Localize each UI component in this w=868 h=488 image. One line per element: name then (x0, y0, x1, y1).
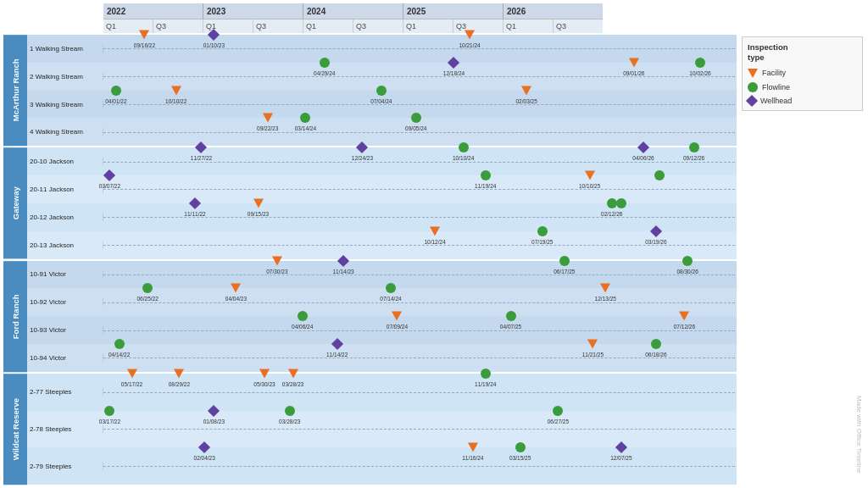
marker-label: 07/09/24 (387, 324, 408, 330)
marker-label: 04/07/25 (500, 324, 521, 330)
marker-label: 03/15/25 (509, 455, 531, 461)
row-name: 3 Walking Stream (27, 101, 103, 108)
q1-2024: Q1 (303, 19, 353, 33)
marker-label: 03/28/23 (282, 381, 303, 387)
table-row: 10-92 Victor06/25/2204/04/2307/14/2412/1… (27, 288, 737, 316)
marker-label: 05/30/23 (253, 381, 275, 387)
marker-label: 01/10/23 (203, 42, 225, 48)
group-label-wildcat: Wildcat Reserve (3, 374, 27, 485)
legend-wellhead-item: Wellhead (748, 97, 857, 105)
marker-label: 09/05/24 (405, 125, 426, 131)
marker-label: 07/19/25 (531, 239, 553, 245)
marker-label: 04/14/22 (108, 352, 130, 358)
marker-label: 04/04/23 (225, 296, 247, 302)
row-name: 10-93 Victor (27, 326, 103, 334)
table-row: 2-79 Steeples02/04/2311/16/2403/15/2512/… (27, 447, 737, 485)
row-name: 2 Walking Stream (27, 73, 103, 80)
facility-icon (748, 69, 758, 78)
marker-label: 07/14/24 (380, 296, 401, 302)
marker-label: 06/25/22 (136, 296, 158, 302)
row-name: 20-11 Jackson (27, 186, 103, 193)
marker-label: 03/17/22 (99, 419, 120, 424)
marker-label: 05/17/22 (121, 381, 142, 387)
marker-label: 02/12/26 (601, 211, 622, 217)
group-label-ford: Ford Ranch (3, 261, 27, 372)
table-row: 20-12 Jackson11/11/2209/15/2302/12/26 (27, 203, 737, 231)
marker-label: 10/10/22 (165, 98, 186, 104)
year-2024: 2024 (303, 3, 403, 19)
table-row: 10-93 Victor04/06/2407/09/2404/07/2507/1… (27, 316, 737, 344)
legend-flowline-label: Flowline (762, 83, 790, 92)
year-2023: 2023 (203, 3, 303, 19)
wellhead-icon (746, 95, 758, 107)
table-row: 20-13 Jackson10/12/2407/19/2503/19/26 (27, 231, 737, 259)
q1-2026: Q1 (504, 19, 554, 33)
row-name: 2-78 Steeples (27, 425, 103, 433)
year-2022: 2022 (103, 3, 203, 19)
marker-label: 04/06/26 (632, 155, 654, 161)
marker-label: 12/07/25 (610, 455, 632, 461)
legend-title: Inspectiontype (748, 42, 857, 64)
year-2026: 2026 (504, 3, 603, 19)
legend-flowline-item: Flowline (748, 82, 857, 92)
marker-label: 09/15/23 (248, 211, 269, 217)
marker-label: 11/19/24 (475, 183, 496, 189)
marker-label: 03/14/24 (295, 125, 316, 131)
marker-label: 04/01/22 (105, 98, 126, 104)
row-name: 20-13 Jackson (27, 241, 103, 249)
marker-label: 07/12/26 (674, 324, 695, 330)
marker-label: 09/22/23 (257, 125, 278, 131)
marker-label: 01/08/23 (203, 419, 225, 424)
legend-facility-label: Facility (762, 69, 786, 77)
legend-wellhead-label: Wellhead (760, 97, 792, 105)
q3-2026: Q3 (554, 19, 603, 33)
q3-2025: Q3 (453, 19, 504, 33)
group-wildcat: Wildcat Reserve2-77 Steeples05/17/2208/2… (3, 374, 737, 485)
row-name: 20-10 Jackson (27, 158, 103, 165)
marker-label: 09/12/26 (683, 155, 704, 161)
marker-label: 06/27/25 (548, 419, 569, 424)
table-row: 20-10 Jackson11/27/2212/24/2310/10/2404/… (27, 147, 737, 175)
marker-label: 02/04/23 (194, 455, 215, 461)
marker-label: 10/10/25 (579, 183, 600, 189)
marker-label: 10/21/24 (459, 42, 480, 48)
row-name: 10-91 Victor (27, 270, 103, 278)
group-label-mcarthur: McArthur Ranch (3, 35, 27, 146)
marker-label: 11/16/24 (462, 455, 483, 461)
marker-label: 08/29/22 (169, 381, 190, 387)
marker-label: 12/18/24 (443, 70, 465, 76)
marker-label: 02/03/25 (515, 98, 537, 104)
row-name: 10-92 Victor (27, 298, 103, 306)
marker-label: 11/14/23 (332, 269, 353, 274)
marker-label: 11/27/22 (191, 155, 212, 161)
q3-2022: Q3 (153, 19, 203, 33)
q3-2024: Q3 (353, 19, 403, 33)
marker-label: 11/19/24 (475, 381, 496, 387)
table-row: 10-91 Victor07/30/2311/14/2306/17/2508/3… (27, 261, 737, 289)
marker-label: 03/28/23 (279, 419, 300, 424)
marker-label: 11/11/22 (184, 211, 205, 217)
year-2025: 2025 (403, 3, 504, 19)
marker-label: 11/14/22 (326, 352, 348, 358)
group-ford: Ford Ranch10-91 Victor07/30/2311/14/2306… (3, 261, 737, 372)
legend-facility-item: Facility (748, 69, 857, 78)
marker-label: 03/19/26 (645, 239, 666, 245)
row-name: 2-77 Steeples (27, 388, 103, 396)
group-label-gateway: Gateway (3, 147, 27, 258)
watermark: Made with Office Timeline (855, 396, 863, 473)
marker-label: 09/16/22 (134, 42, 155, 48)
marker-label: 12/13/25 (595, 296, 616, 302)
row-name: 20-12 Jackson (27, 214, 103, 221)
table-row: 2-78 Steeples03/17/2201/08/2303/28/2306/… (27, 411, 737, 448)
row-name: 1 Walking Stream (27, 45, 103, 53)
marker-label: 06/18/26 (645, 352, 666, 358)
marker-label: 10/02/26 (689, 70, 710, 76)
row-name: 10-94 Victor (27, 354, 103, 362)
q3-2023: Q3 (253, 19, 303, 33)
table-row: 2-77 Steeples05/17/2208/29/2205/30/2303/… (27, 374, 737, 411)
group-gateway: Gateway20-10 Jackson11/27/2212/24/2310/1… (3, 147, 737, 258)
table-row: 10-94 Victor04/14/2211/14/2211/21/2506/1… (27, 344, 737, 372)
marker-label: 07/04/24 (370, 98, 392, 104)
table-row: 4 Walking Stream09/22/2303/14/2409/05/24 (27, 118, 737, 146)
marker-label: 09/01/26 (623, 70, 644, 76)
